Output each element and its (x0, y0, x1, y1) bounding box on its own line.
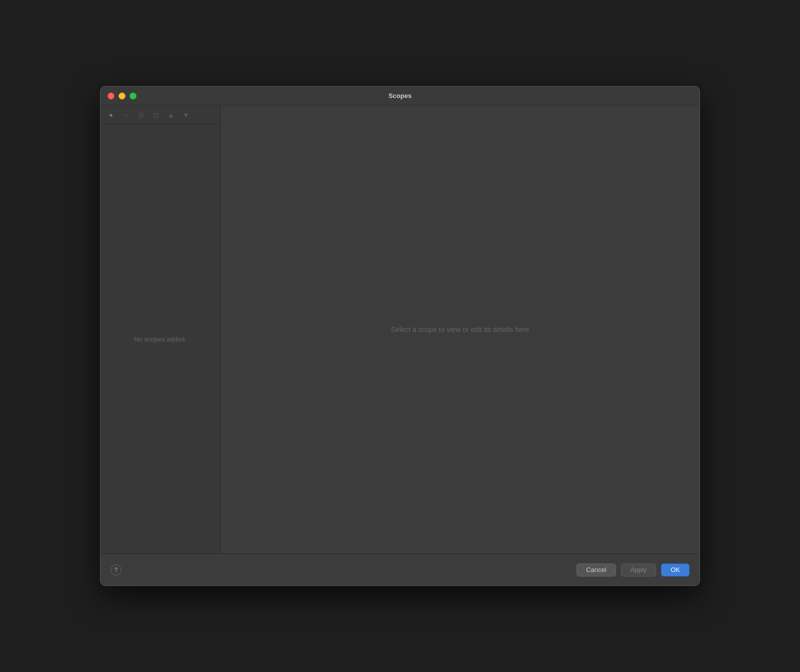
apply-button[interactable]: Apply (621, 564, 656, 576)
window-title: Scopes (388, 92, 412, 100)
move-up-button[interactable]: ▲ (164, 110, 178, 120)
footer: ? Cancel Apply OK (100, 554, 700, 586)
remove-scope-button[interactable]: − (120, 110, 132, 120)
traffic-lights (108, 92, 136, 100)
no-scopes-message: No scopes added. (134, 336, 186, 343)
copy-scope-button[interactable]: ⊟ (134, 110, 148, 120)
move-down-button[interactable]: ▼ (180, 110, 192, 120)
main-panel: Select a scope to view or edit its detai… (220, 106, 700, 554)
minimize-button[interactable] (118, 92, 126, 100)
help-button[interactable]: ? (110, 564, 122, 576)
sidebar: + − ⊟ ⊡ ▲ ▼ No scopes added. (100, 106, 220, 554)
sidebar-content: No scopes added. (100, 124, 220, 554)
maximize-button[interactable] (130, 92, 136, 100)
add-scope-button[interactable]: + (104, 110, 118, 120)
cancel-button[interactable]: Cancel (576, 564, 616, 576)
close-button[interactable] (108, 92, 114, 100)
save-scope-button[interactable]: ⊡ (150, 110, 162, 120)
ok-button[interactable]: OK (661, 564, 690, 576)
footer-left: ? (110, 564, 122, 576)
scopes-window: Scopes + − ⊟ ⊡ ▲ ▼ No scopes added. Sele… (100, 86, 700, 586)
sidebar-toolbar: + − ⊟ ⊡ ▲ ▼ (100, 106, 220, 124)
main-empty-hint: Select a scope to view or edit its detai… (391, 326, 529, 334)
titlebar: Scopes (100, 86, 700, 106)
footer-right: Cancel Apply OK (576, 564, 690, 576)
content-area: + − ⊟ ⊡ ▲ ▼ No scopes added. Select a sc… (100, 106, 700, 554)
